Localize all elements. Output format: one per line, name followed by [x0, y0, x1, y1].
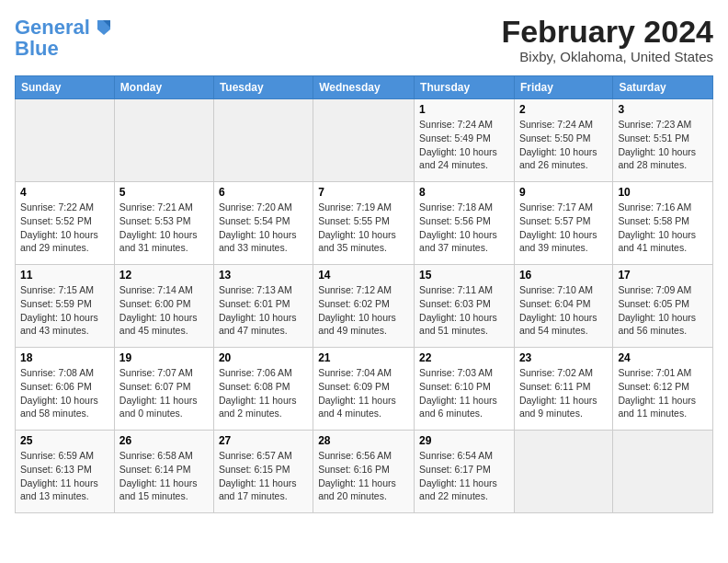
day-info: Sunrise: 7:07 AM Sunset: 6:07 PM Dayligh…: [119, 366, 209, 420]
weekday-header-wednesday: Wednesday: [313, 76, 415, 99]
day-info: Sunrise: 7:12 AM Sunset: 6:02 PM Dayligh…: [318, 283, 409, 338]
calendar-week-row: 1Sunrise: 7:24 AM Sunset: 5:49 PM Daylig…: [16, 99, 713, 182]
calendar-cell: 18Sunrise: 7:08 AM Sunset: 6:06 PM Dayli…: [16, 348, 115, 431]
day-number: 1: [419, 103, 509, 116]
day-number: 2: [519, 103, 608, 116]
day-info: Sunrise: 7:18 AM Sunset: 5:56 PM Dayligh…: [419, 201, 509, 255]
calendar-week-row: 4Sunrise: 7:22 AM Sunset: 5:52 PM Daylig…: [16, 182, 713, 265]
calendar-cell: 2Sunrise: 7:24 AM Sunset: 5:50 PM Daylig…: [514, 99, 612, 182]
weekday-header-thursday: Thursday: [415, 76, 515, 99]
day-number: 19: [119, 351, 209, 364]
day-number: 13: [219, 269, 308, 282]
day-info: Sunrise: 6:59 AM Sunset: 6:13 PM Dayligh…: [20, 449, 109, 503]
logo-blue-text: Blue: [15, 39, 59, 59]
calendar-cell: 23Sunrise: 7:02 AM Sunset: 6:11 PM Dayli…: [514, 348, 612, 431]
calendar-cell: 22Sunrise: 7:03 AM Sunset: 6:10 PM Dayli…: [415, 348, 515, 431]
calendar-cell: 28Sunrise: 6:56 AM Sunset: 6:16 PM Dayli…: [313, 431, 415, 513]
day-number: 4: [20, 186, 109, 199]
calendar-cell: 13Sunrise: 7:13 AM Sunset: 6:01 PM Dayli…: [213, 265, 313, 348]
calendar-cell: 9Sunrise: 7:17 AM Sunset: 5:57 PM Daylig…: [514, 182, 612, 265]
day-info: Sunrise: 7:14 AM Sunset: 6:00 PM Dayligh…: [119, 283, 209, 338]
calendar-cell: [313, 99, 415, 182]
calendar-week-row: 11Sunrise: 7:15 AM Sunset: 5:59 PM Dayli…: [16, 265, 713, 348]
day-number: 23: [519, 351, 608, 364]
day-info: Sunrise: 7:04 AM Sunset: 6:09 PM Dayligh…: [318, 366, 409, 420]
day-number: 21: [318, 351, 409, 364]
weekday-header-saturday: Saturday: [613, 76, 713, 99]
day-info: Sunrise: 7:24 AM Sunset: 5:50 PM Dayligh…: [519, 118, 608, 172]
calendar-cell: 27Sunrise: 6:57 AM Sunset: 6:15 PM Dayli…: [213, 431, 313, 513]
day-info: Sunrise: 7:17 AM Sunset: 5:57 PM Dayligh…: [519, 201, 608, 255]
day-number: 27: [219, 434, 308, 447]
day-number: 29: [419, 434, 509, 447]
calendar-cell: 26Sunrise: 6:58 AM Sunset: 6:14 PM Dayli…: [114, 431, 213, 513]
day-number: 9: [519, 186, 608, 199]
day-info: Sunrise: 7:03 AM Sunset: 6:10 PM Dayligh…: [419, 366, 509, 420]
day-number: 12: [119, 269, 209, 282]
day-number: 26: [119, 434, 209, 447]
calendar-cell: [114, 99, 213, 182]
page-header: General Blue February 2024 Bixby, Oklaho…: [15, 15, 713, 64]
logo-text: General: [15, 17, 90, 38]
day-info: Sunrise: 7:15 AM Sunset: 5:59 PM Dayligh…: [20, 283, 109, 338]
calendar-cell: 8Sunrise: 7:18 AM Sunset: 5:56 PM Daylig…: [415, 182, 515, 265]
weekday-header-monday: Monday: [114, 76, 213, 99]
calendar-table: SundayMondayTuesdayWednesdayThursdayFrid…: [15, 75, 713, 513]
day-info: Sunrise: 7:10 AM Sunset: 6:04 PM Dayligh…: [519, 283, 608, 338]
day-number: 5: [119, 186, 209, 199]
day-info: Sunrise: 7:19 AM Sunset: 5:55 PM Dayligh…: [318, 201, 409, 255]
calendar-header-row: SundayMondayTuesdayWednesdayThursdayFrid…: [16, 76, 713, 99]
calendar-cell: 29Sunrise: 6:54 AM Sunset: 6:17 PM Dayli…: [415, 431, 515, 513]
day-number: 15: [419, 269, 509, 282]
calendar-cell: 19Sunrise: 7:07 AM Sunset: 6:07 PM Dayli…: [114, 348, 213, 431]
day-info: Sunrise: 7:23 AM Sunset: 5:51 PM Dayligh…: [618, 118, 708, 172]
day-number: 18: [20, 351, 109, 364]
calendar-cell: [16, 99, 115, 182]
day-info: Sunrise: 7:20 AM Sunset: 5:54 PM Dayligh…: [219, 201, 308, 255]
calendar-cell: 4Sunrise: 7:22 AM Sunset: 5:52 PM Daylig…: [16, 182, 115, 265]
day-number: 3: [618, 103, 708, 116]
day-number: 14: [318, 269, 409, 282]
day-info: Sunrise: 7:08 AM Sunset: 6:06 PM Dayligh…: [20, 366, 109, 420]
day-number: 20: [219, 351, 308, 364]
weekday-header-sunday: Sunday: [16, 76, 115, 99]
day-number: 6: [219, 186, 308, 199]
calendar-cell: 15Sunrise: 7:11 AM Sunset: 6:03 PM Dayli…: [415, 265, 515, 348]
day-info: Sunrise: 7:24 AM Sunset: 5:49 PM Dayligh…: [419, 118, 509, 172]
day-info: Sunrise: 7:09 AM Sunset: 6:05 PM Dayligh…: [618, 283, 708, 338]
day-info: Sunrise: 6:56 AM Sunset: 6:16 PM Dayligh…: [318, 449, 409, 503]
calendar-cell: 5Sunrise: 7:21 AM Sunset: 5:53 PM Daylig…: [114, 182, 213, 265]
day-info: Sunrise: 6:54 AM Sunset: 6:17 PM Dayligh…: [419, 449, 509, 503]
calendar-cell: [613, 431, 713, 513]
month-year-title: February 2024: [501, 15, 713, 49]
day-info: Sunrise: 7:02 AM Sunset: 6:11 PM Dayligh…: [519, 366, 608, 420]
day-info: Sunrise: 7:13 AM Sunset: 6:01 PM Dayligh…: [219, 283, 308, 338]
location-subtitle: Bixby, Oklahoma, United States: [501, 49, 713, 64]
calendar-cell: 11Sunrise: 7:15 AM Sunset: 5:59 PM Dayli…: [16, 265, 115, 348]
weekday-header-tuesday: Tuesday: [213, 76, 313, 99]
day-number: 22: [419, 351, 509, 364]
day-info: Sunrise: 7:01 AM Sunset: 6:12 PM Dayligh…: [618, 366, 708, 420]
day-info: Sunrise: 7:21 AM Sunset: 5:53 PM Dayligh…: [119, 201, 209, 255]
logo: General Blue: [15, 15, 114, 59]
day-number: 11: [20, 269, 109, 282]
calendar-cell: 14Sunrise: 7:12 AM Sunset: 6:02 PM Dayli…: [313, 265, 415, 348]
day-number: 7: [318, 186, 409, 199]
weekday-header-friday: Friday: [514, 76, 612, 99]
calendar-week-row: 18Sunrise: 7:08 AM Sunset: 6:06 PM Dayli…: [16, 348, 713, 431]
calendar-cell: 24Sunrise: 7:01 AM Sunset: 6:12 PM Dayli…: [613, 348, 713, 431]
calendar-cell: 7Sunrise: 7:19 AM Sunset: 5:55 PM Daylig…: [313, 182, 415, 265]
calendar-cell: 12Sunrise: 7:14 AM Sunset: 6:00 PM Dayli…: [114, 265, 213, 348]
day-info: Sunrise: 7:22 AM Sunset: 5:52 PM Dayligh…: [20, 201, 109, 255]
calendar-cell: 20Sunrise: 7:06 AM Sunset: 6:08 PM Dayli…: [213, 348, 313, 431]
title-block: February 2024 Bixby, Oklahoma, United St…: [501, 15, 713, 64]
calendar-cell: 6Sunrise: 7:20 AM Sunset: 5:54 PM Daylig…: [213, 182, 313, 265]
calendar-cell: 25Sunrise: 6:59 AM Sunset: 6:13 PM Dayli…: [16, 431, 115, 513]
day-number: 28: [318, 434, 409, 447]
calendar-cell: 1Sunrise: 7:24 AM Sunset: 5:49 PM Daylig…: [415, 99, 515, 182]
day-info: Sunrise: 7:06 AM Sunset: 6:08 PM Dayligh…: [219, 366, 308, 420]
day-number: 24: [618, 351, 708, 364]
calendar-cell: 17Sunrise: 7:09 AM Sunset: 6:05 PM Dayli…: [613, 265, 713, 348]
day-info: Sunrise: 7:16 AM Sunset: 5:58 PM Dayligh…: [618, 201, 708, 255]
logo-arrow-icon: [94, 17, 114, 37]
